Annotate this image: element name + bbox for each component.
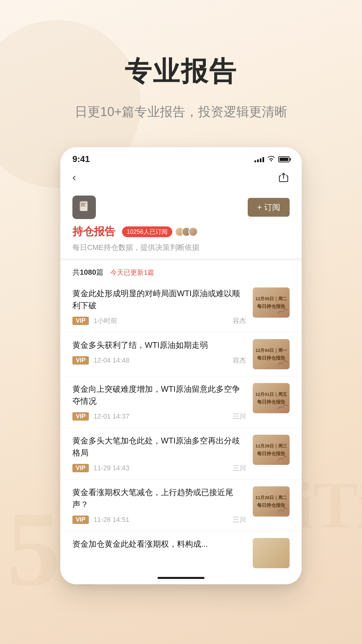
update-status: 今天已更新1篇 [110,268,154,277]
thumb-date: 11月28日｜周二 [255,495,287,501]
status-bar: 9:41 [60,147,302,168]
thumb-chart-icon [278,403,288,411]
article-author: 三川 [233,515,246,524]
article-title: 黄金多头大笔加仓此处，WTI原油多空再出分歧格局 [72,435,246,459]
article-time: 11-28 14:51 [94,516,129,524]
article-title: 黄金此处形成明显的对峙局面WTI原油或难以顺利下破 [72,287,246,312]
article-meta: VIP 1小时前 容杰 [72,316,246,325]
report-icon [72,196,96,219]
article-title: 黄金多头获利了结，WTI原油如期走弱 [72,339,246,351]
vip-badge: VIP [72,317,89,325]
thumb-chart-icon [278,506,288,515]
list-item[interactable]: 黄金看涨期权大笔减仓，上行趋势或已接近尾声？ VIP 11-28 14:51 三… [60,480,302,531]
article-text: 资金加仓黄金此处看涨期权，料构成... [72,538,246,568]
report-title: 持仓报告 [72,224,115,239]
subscribe-button[interactable]: + 订阅 [248,198,290,217]
article-text: 黄金此处形成明显的对峙局面WTI原油或难以顺利下破 VIP 1小时前 容杰 [72,287,246,325]
article-title: 黄金向上突破难度增加，WTI原油留意此多空争夺情况 [72,383,246,407]
article-title: 资金加仓黄金此处看涨期权，料构成... [72,538,246,550]
report-title-row: 持仓报告 10256人已订阅 [72,224,290,239]
main-title: 专业报告 [125,54,237,90]
vip-badge: VIP [72,356,89,365]
battery-icon [278,156,290,162]
vip-badge: VIP [72,464,89,472]
status-icons [254,155,290,163]
signal-icon [254,156,264,162]
article-count: 共1080篇 [72,267,104,277]
article-thumbnail [253,538,290,568]
subscriber-badge: 10256人已订阅 [122,226,172,237]
article-meta: VIP 11-29 14:43 三川 [72,464,246,473]
article-thumbnail: 11月29日｜周三 每日持仓报告 [253,435,290,465]
sub-title: 日更10+篇专业报告，投资逻辑更清晰 [75,103,287,120]
list-item[interactable]: 黄金此处形成明显的对峙局面WTI原油或难以顺利下破 VIP 1小时前 容杰 12… [60,281,302,332]
article-author: 容杰 [233,356,246,365]
article-meta: VIP 12-04 14:48 容杰 [72,356,246,365]
thumb-date: 11月29日｜周三 [255,443,287,449]
list-header: 共1080篇 今天已更新1篇 [60,261,302,281]
nav-bar: ‹ [60,168,302,189]
thumb-date: 12月01日｜周五 [255,391,287,397]
article-thumbnail: 12月04日｜周一 每日持仓报告 [253,339,290,369]
article-author: 三川 [233,464,246,473]
bottom-indicator [60,572,302,584]
thumb-date: 12月04日｜周一 [255,347,287,354]
status-time: 9:41 [72,154,90,164]
article-title: 黄金看涨期权大笔减仓，上行趋势或已接近尾声？ [72,486,246,511]
thumb-chart-icon [278,455,288,463]
vip-badge: VIP [72,412,89,421]
article-meta: VIP 12-01 14:37 三川 [72,412,246,421]
article-thumbnail: 12月01日｜周五 每日持仓报告 [253,383,290,413]
thumb-chart-icon [278,308,288,316]
list-item[interactable]: 资金加仓黄金此处看涨期权，料构成... [60,531,302,572]
article-thumbnail: 12月05日｜周二 每日持仓报告 [253,287,290,318]
article-text: 黄金多头大笔加仓此处，WTI原油多空再出分歧格局 VIP 11-29 14:43… [72,435,246,473]
wifi-icon [267,155,275,163]
section-divider [60,258,302,261]
vip-badge: VIP [72,516,89,524]
article-thumbnail: 11月28日｜周二 每日持仓报告 [253,486,290,517]
article-text: 黄金向上突破难度增加，WTI原油留意此多空争夺情况 VIP 12-01 14:3… [72,383,246,421]
article-text: 黄金看涨期权大笔减仓，上行趋势或已接近尾声？ VIP 11-28 14:51 三… [72,486,246,524]
article-meta: VIP 11-28 14:51 三川 [72,515,246,524]
thumb-chart-icon [278,359,288,367]
article-author: 三川 [233,412,246,421]
article-author: 容杰 [233,316,246,325]
svg-rect-3 [81,203,86,204]
svg-rect-5 [81,206,85,206]
list-item[interactable]: 黄金向上突破难度增加，WTI原油留意此多空争夺情况 VIP 12-01 14:3… [60,376,302,428]
report-description: 每日CME持仓数据，提供决策判断依据 [72,243,290,253]
back-button[interactable]: ‹ [72,171,76,183]
article-time: 12-01 14:37 [94,413,129,420]
list-item[interactable]: 黄金多头大笔加仓此处，WTI原油多空再出分歧格局 VIP 11-29 14:43… [60,428,302,480]
report-top-row: + 订阅 [72,196,290,219]
page-content: 专业报告 日更10+篇专业报告，投资逻辑更清晰 9:41 [0,0,362,584]
avatar-group [178,227,198,236]
article-text: 黄金多头获利了结，WTI原油如期走弱 VIP 12-04 14:48 容杰 [72,339,246,369]
article-time: 11-29 14:43 [94,464,129,472]
phone-mockup: 9:41 [60,147,302,584]
share-button[interactable] [278,171,290,183]
list-item[interactable]: 黄金多头获利了结，WTI原油如期走弱 VIP 12-04 14:48 容杰 12… [60,332,302,376]
thumb-date: 12月05日｜周二 [255,296,287,302]
home-indicator [158,577,204,579]
article-time: 1小时前 [94,316,117,325]
report-header: + 订阅 持仓报告 10256人已订阅 每日CME持仓数据，提供决策判断依据 [60,189,302,258]
svg-rect-4 [81,204,85,205]
article-time: 12-04 14:48 [94,357,129,364]
